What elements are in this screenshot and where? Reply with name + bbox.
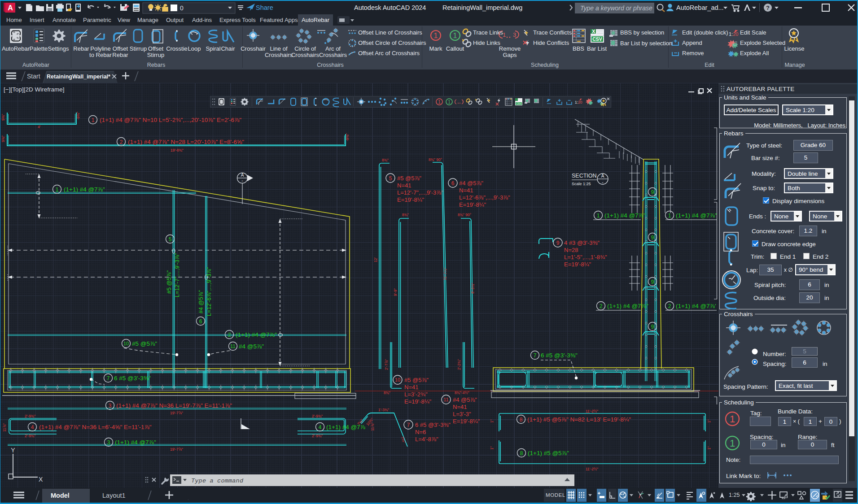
svg-text:[−][Top][2D Wireframe]: [−][Top][2D Wireframe] <box>4 86 64 93</box>
svg-text:?: ? <box>766 4 770 11</box>
svg-text:L=12'-6⅞",...,9'-3⅞": L=12'-6⅞",...,9'-3⅞" <box>206 267 212 316</box>
svg-text:N=28: N=28 <box>564 247 578 253</box>
svg-text:6: 6 <box>451 180 455 187</box>
svg-text:11: 11 <box>443 397 448 402</box>
svg-text:Crosshairs: Crosshairs <box>291 52 320 58</box>
svg-text:L=1'-5",...,1'-8¾": L=1'-5",...,1'-8¾" <box>564 254 607 261</box>
svg-text:0: 0 <box>180 4 184 12</box>
svg-text:Crosshairs: Crosshairs <box>319 52 347 58</box>
svg-text:-: - <box>602 180 603 185</box>
svg-text:L=12'-7",...,9'-3⅞": L=12'-7",...,9'-3⅞" <box>397 189 443 196</box>
svg-text:3: 3 <box>107 439 110 446</box>
svg-text:(1+1) #4 @7⅞": (1+1) #4 @7⅞" <box>115 439 156 446</box>
svg-text:11'-7⅞": 11'-7⅞" <box>442 267 447 280</box>
svg-text:Crosshairs: Crosshairs <box>265 52 293 58</box>
svg-text:11'-2½": 11'-2½" <box>586 409 598 413</box>
svg-text:Rebar: Rebar <box>73 45 89 52</box>
svg-text:BBS: BBS <box>573 45 584 52</box>
svg-text:1": 1" <box>707 419 711 423</box>
svg-text:#5 @5⅞": #5 @5⅞" <box>397 175 421 182</box>
svg-text:Scheduling: Scheduling <box>531 62 559 68</box>
svg-text:(1+1) #4 @7⅞": (1+1) #4 @7⅞" <box>607 303 648 309</box>
svg-text:4 #3 @3'-3⅜": 4 #3 @3'-3⅜" <box>564 239 600 246</box>
svg-text:9: 9 <box>651 235 654 241</box>
svg-text:Bar List by selection: Bar List by selection <box>620 40 672 47</box>
svg-text:1: 1 <box>730 438 735 449</box>
svg-text:6: 6 <box>199 318 202 325</box>
svg-text:(1+1) #4 @7⅞": (1+1) #4 @7⅞" <box>64 186 105 193</box>
svg-text:12': 12' <box>373 257 378 262</box>
svg-text:(1+1) #4 @7⅞": (1+1) #4 @7⅞" <box>236 331 277 338</box>
svg-text:Edit (double click): Edit (double click) <box>682 29 728 36</box>
svg-text:L=4'-8⅞": L=4'-8⅞" <box>415 436 438 443</box>
svg-text:6 #5 @3'-3⅜": 6 #5 @3'-3⅜" <box>114 375 151 382</box>
svg-text:8¾"-4½": 8¾"-4½" <box>455 391 469 395</box>
svg-text:1": 1" <box>490 419 494 423</box>
svg-text:Crosshair: Crosshair <box>241 45 266 52</box>
svg-text:11⅞": 11⅞" <box>2 423 7 432</box>
svg-text:(1+1) #4 @7⅞": (1+1) #4 @7⅞" <box>676 212 717 219</box>
svg-text:9: 9 <box>651 189 654 196</box>
svg-text:1:20: 1:20 <box>575 100 582 104</box>
svg-text:9: 9 <box>556 240 560 246</box>
svg-text:2: 2 <box>228 332 231 338</box>
svg-text:Polyline: Polyline <box>90 45 111 52</box>
svg-text:Gaps: Gaps <box>503 52 517 58</box>
svg-text:#5 @5⅞": #5 @5⅞" <box>404 377 429 383</box>
svg-text:Stirrup: Stirrup <box>130 45 147 52</box>
svg-text:1:20: 1:20 <box>729 31 738 37</box>
svg-text:2: 2 <box>668 303 671 309</box>
svg-text:X: X <box>39 476 43 483</box>
svg-text:(1+1) #4 @7⅞" N=10 L=5'-2¾",..: (1+1) #4 @7⅞" N=10 L=5'-2¾",...,20'-10⅞"… <box>100 117 241 123</box>
svg-text:E=19'-8¼": E=19'-8¼" <box>459 201 486 208</box>
svg-text:11'-2½": 11'-2½" <box>586 467 598 471</box>
svg-text:2'-9¾": 2'-9¾" <box>25 434 35 438</box>
svg-text:Hide Links: Hide Links <box>473 39 500 46</box>
svg-text:(1+1) #5 @5⅞": (1+1) #5 @5⅞" <box>528 450 569 456</box>
svg-text:1: 1 <box>730 413 735 425</box>
svg-text:-9⅜": -9⅜" <box>76 112 80 120</box>
svg-text:1: 1 <box>56 187 59 193</box>
svg-text:-: - <box>241 178 243 183</box>
svg-text:Type a keyword or phrase: Type a keyword or phrase <box>580 4 652 12</box>
svg-text:Loop: Loop <box>188 45 201 52</box>
svg-text:4: 4 <box>31 424 34 430</box>
svg-text:1: 1 <box>668 213 671 219</box>
svg-text:Hide Conflicts: Hide Conflicts <box>533 39 569 46</box>
svg-text:10: 10 <box>395 377 400 382</box>
svg-text:Stirrup: Stirrup <box>147 52 164 58</box>
svg-text:Chair: Chair <box>221 45 235 52</box>
svg-text:(1+1) #4 @7⅞" N=36 L=19'-7⅞" E: (1+1) #4 @7⅞" N=36 L=19'-7⅞" E=11'-1⅞" <box>116 402 232 409</box>
svg-text:Trace Conflicts: Trace Conflicts <box>533 29 572 36</box>
svg-text:BBS by selection: BBS by selection <box>620 29 664 36</box>
svg-text:Bar List: Bar List <box>587 45 607 52</box>
svg-text:CSV: CSV <box>516 102 521 105</box>
svg-text:1: 1 <box>448 100 451 104</box>
svg-text:E=19'-8¼": E=19'-8¼" <box>404 398 432 405</box>
svg-text:#4 @5⅞": #4 @5⅞" <box>453 396 477 403</box>
svg-text:(1+1) #5 @5⅞" N=82 L=13' E=1: (1+1) #5 @5⅞" N=82 L=13' E=19'-8¼" <box>527 416 631 423</box>
svg-text:1:25: 1:25 <box>729 492 740 498</box>
svg-text:Append: Append <box>682 39 702 46</box>
svg-text:E=19'-8¼": E=19'-8¼" <box>453 418 480 425</box>
svg-text:8¾" 90°: 8¾" 90° <box>429 157 442 162</box>
svg-text:Remove: Remove <box>682 50 704 56</box>
svg-text:to Rebar: to Rebar <box>89 52 112 58</box>
svg-text:2: 2 <box>120 139 123 145</box>
svg-text:10: 10 <box>123 341 129 346</box>
svg-text:Scale 1:25: Scale 1:25 <box>572 182 591 186</box>
svg-text:1: 1 <box>503 31 506 38</box>
svg-text:2'-7⅞": 2'-7⅞" <box>384 359 389 370</box>
svg-text:Y: Y <box>11 447 15 454</box>
svg-text:Manage: Manage <box>784 62 805 68</box>
svg-text:5: 5 <box>169 236 172 243</box>
svg-text:Offset Arc of Crosshairs: Offset Arc of Crosshairs <box>358 50 420 56</box>
svg-text:2'-9¾": 2'-9¾" <box>25 414 35 418</box>
svg-text:Offset: Offset <box>113 45 128 52</box>
svg-text:1": 1" <box>490 446 494 450</box>
svg-text:Rebar: Rebar <box>112 52 128 58</box>
svg-text:L=12'-7",...,9'-3⅞": L=12'-7",...,9'-3⅞" <box>174 253 180 297</box>
svg-text:2'-9¾": 2'-9¾" <box>312 434 323 438</box>
svg-text:A: A <box>601 174 604 178</box>
svg-text:Layout1: Layout1 <box>102 492 126 499</box>
